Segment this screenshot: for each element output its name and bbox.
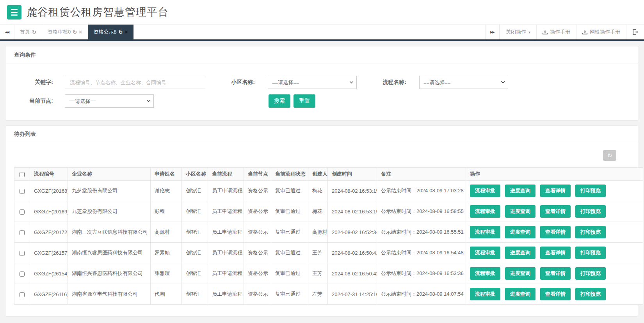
main-content: 查询条件 关键字: 小区名称: ==请选择== 流程名称: == (0, 41, 644, 317)
view-details-button[interactable]: 查看详情 (540, 247, 571, 259)
column-header-7: 创建人 (308, 168, 328, 181)
cell-company: 湖南省鼎立电气科技有限公司 (68, 284, 151, 305)
cell-current-process: 员工申请流程 (208, 201, 244, 222)
row-actions-cell: 流程审批进度查询查看详情打印预览 (466, 201, 643, 222)
menu-toggle-button[interactable] (7, 5, 21, 20)
cell-creator: 王芳 (308, 243, 328, 263)
print-preview-button[interactable]: 打印预览 (575, 185, 606, 197)
reset-button[interactable]: 重置 (294, 94, 315, 108)
cell-applicant: 罗素帧 (151, 243, 182, 263)
column-header-0: 流程编号 (30, 168, 68, 181)
row-checkbox[interactable] (20, 272, 25, 277)
keyword-label: 关键字: (6, 79, 65, 86)
cell-remark: 公示结束时间：2024-08-09 16:53:36 (377, 263, 466, 284)
cell-current-node: 资格公示 (244, 243, 271, 263)
close-operations-dropdown[interactable]: 关闭操作 ▾ (500, 25, 536, 39)
cell-current-node: 资格公示 (244, 201, 271, 222)
cell-applicant: 代潮 (151, 284, 182, 305)
view-details-button[interactable]: 查看详情 (540, 205, 571, 218)
cell-current-node: 资格公示 (244, 263, 271, 284)
row-actions-cell: 流程审批进度查询查看详情打印预览 (466, 181, 643, 201)
keyword-input[interactable] (65, 76, 205, 89)
cell-process-no: GXGZF(20168) (30, 181, 68, 201)
print-preview-button[interactable]: 打印预览 (575, 205, 606, 218)
refresh-icon[interactable]: ↻ (118, 29, 123, 35)
operation-manual-link[interactable]: 操作手册 (536, 25, 576, 39)
cell-company: 九芝堂股份有限公司 (68, 181, 151, 201)
column-header-3: 小区名称 (182, 168, 208, 181)
cell-current-node: 资格公示 (244, 222, 271, 243)
todo-panel: 待办列表 ↻ 流程编号企业名称申请姓名小区名称当前流程当前节点当前流程状态创建人… (6, 125, 638, 317)
current-node-select[interactable]: ==请选择== (65, 95, 153, 107)
refresh-icon[interactable]: ↻ (73, 29, 77, 35)
query-panel: 查询条件 关键字: 小区名称: ==请选择== 流程名称: == (6, 46, 638, 121)
cell-creator: 王芳 (308, 263, 328, 284)
tabs-scroll-left-button[interactable]: ◀◀ (0, 25, 14, 39)
process-approval-button[interactable]: 流程审批 (470, 205, 500, 218)
bank-manual-link[interactable]: 网银操作手册 (576, 25, 626, 39)
caret-down-icon: ▾ (528, 30, 530, 34)
process-approval-button[interactable]: 流程审批 (470, 267, 500, 280)
tab-qualification-review[interactable]: 资格审核0 ↻ × (42, 25, 88, 39)
row-select-cell (14, 201, 30, 222)
tab-label: 资格公示8 (93, 28, 116, 35)
cell-status: 复审已通过 (271, 243, 308, 263)
process-approval-button[interactable]: 流程审批 (470, 185, 500, 197)
cell-current-node: 资格公示 (244, 284, 271, 305)
progress-query-button[interactable]: 进度查询 (505, 288, 535, 300)
view-details-button[interactable]: 查看详情 (540, 226, 571, 238)
cell-creator: 左芳 (308, 284, 328, 305)
progress-query-button[interactable]: 进度查询 (505, 185, 535, 197)
refresh-icon[interactable]: ↻ (32, 29, 36, 35)
cell-current-process: 员工申请流程 (208, 284, 244, 305)
tabs-scroll-right-button[interactable]: ▶▶ (485, 25, 500, 39)
row-checkbox[interactable] (20, 189, 25, 194)
process-name-select[interactable]: ==请选择== (420, 76, 508, 89)
print-preview-button[interactable]: 打印预览 (575, 226, 606, 238)
cell-current-node: 资格公示 (244, 181, 271, 201)
page-title: 麓谷租赁公租房智慧管理平台 (27, 5, 169, 19)
select-all-checkbox[interactable] (20, 172, 25, 177)
query-panel-title: 查询条件 (6, 46, 638, 64)
process-name-label: 流程名称: (372, 79, 419, 86)
row-checkbox[interactable] (20, 209, 25, 215)
progress-query-button[interactable]: 进度查询 (505, 247, 535, 259)
process-approval-button[interactable]: 流程审批 (470, 288, 500, 300)
progress-query-button[interactable]: 进度查询 (505, 205, 535, 218)
download-icon (582, 30, 587, 35)
table-refresh-button[interactable]: ↻ (603, 150, 616, 161)
view-details-button[interactable]: 查看详情 (540, 288, 571, 300)
view-details-button[interactable]: 查看详情 (540, 267, 571, 280)
table-toolbar: ↻ (6, 143, 638, 167)
close-icon[interactable]: × (79, 29, 82, 35)
tab-home[interactable]: 首页 ↻ (14, 25, 42, 39)
row-actions-cell: 流程审批进度查询查看详情打印预览 (466, 222, 643, 243)
progress-query-button[interactable]: 进度查询 (505, 226, 535, 238)
row-checkbox[interactable] (20, 230, 25, 235)
search-button[interactable]: 搜索 (269, 94, 290, 108)
table-row: GXGZF(26116)湖南省鼎立电气科技有限公司代潮创智汇员工申请流程资格公示… (14, 284, 643, 305)
print-preview-button[interactable]: 打印预览 (575, 288, 606, 300)
tab-bar: ◀◀ 首页 ↻ 资格审核0 ↻ × 资格公示8 ↻ × ▶▶ 关闭操作 ▾ 操作… (0, 24, 644, 41)
process-approval-button[interactable]: 流程审批 (470, 247, 500, 259)
row-checkbox[interactable] (20, 292, 25, 297)
print-preview-button[interactable]: 打印预览 (575, 247, 606, 259)
progress-query-button[interactable]: 进度查询 (505, 267, 535, 280)
community-label: 小区名称: (221, 79, 268, 86)
print-preview-button[interactable]: 打印预览 (575, 267, 606, 280)
operation-manual-label: 操作手册 (550, 28, 570, 35)
cell-creator: 高源村 (308, 222, 328, 243)
view-details-button[interactable]: 查看详情 (540, 185, 571, 197)
row-checkbox[interactable] (20, 251, 25, 256)
tab-qualification-publicity[interactable]: 资格公示8 ↻ × (88, 25, 133, 39)
close-icon[interactable]: × (125, 29, 128, 35)
process-approval-button[interactable]: 流程审批 (470, 226, 500, 238)
row-actions-cell: 流程审批进度查询查看详情打印预览 (466, 284, 643, 305)
cell-status: 复审已通过 (271, 222, 308, 243)
sign-out-button[interactable] (626, 25, 644, 39)
cell-current-process: 员工申请流程 (208, 181, 244, 201)
community-select[interactable]: ==请选择== (268, 76, 356, 89)
table-row: GXGZF(20169)九芝堂股份有限公司彭程创智汇员工申请流程资格公示复审已通… (14, 201, 643, 222)
cell-status: 复审已通过 (271, 263, 308, 284)
column-header-10: 操作 (466, 168, 643, 181)
